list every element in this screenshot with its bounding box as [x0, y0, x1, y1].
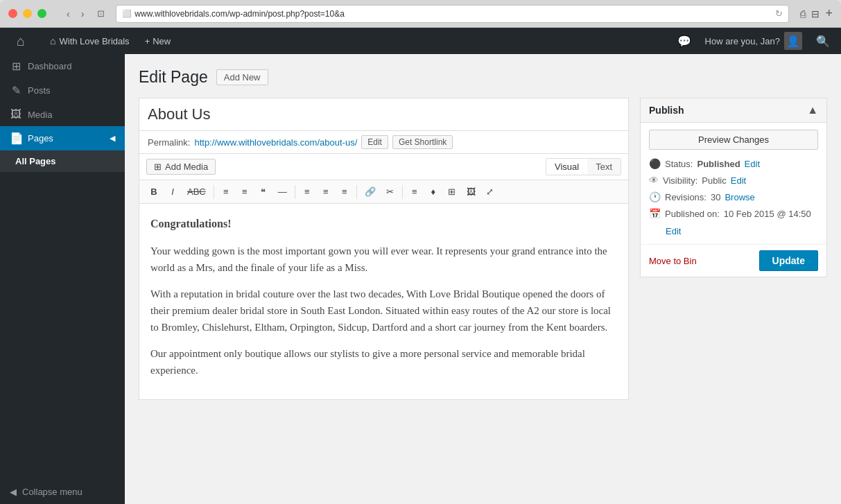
unlink-btn[interactable]: ✂: [381, 184, 399, 200]
preview-changes-btn[interactable]: Preview Changes: [649, 130, 818, 150]
status-value: Published: [697, 159, 740, 169]
status-icon: ⚫: [649, 158, 661, 169]
toolbar-sep-3: [356, 185, 357, 199]
link-btn[interactable]: 🔗: [360, 184, 381, 200]
more-btn[interactable]: ≡: [406, 184, 424, 200]
pages-label: Pages: [28, 133, 53, 144]
permalink-label: Permalink:: [148, 137, 190, 148]
reload-icon[interactable]: ↻: [775, 8, 783, 19]
publish-toggle-btn[interactable]: ▲: [807, 104, 818, 116]
share-btn[interactable]: ⎙: [800, 8, 806, 19]
status-row: ⚫ Status: Published Edit: [649, 158, 818, 169]
post-title-input[interactable]: [139, 98, 629, 131]
sidebyside-btn[interactable]: ⊟: [811, 8, 820, 19]
spellcheck-btn[interactable]: ♦: [424, 184, 442, 200]
edit-permalink-btn[interactable]: Edit: [361, 135, 388, 149]
howdy-text: How are you, Jan?: [705, 36, 780, 46]
revisions-browse-link[interactable]: Browse: [725, 192, 754, 202]
editor-sidebar: Publish ▲ Preview Changes ⚫ Status: Publ…: [640, 98, 827, 400]
add-new-button[interactable]: Add New: [216, 69, 268, 85]
comment-icon[interactable]: 💬: [672, 35, 697, 48]
browser-nav: ‹ ›: [63, 7, 87, 21]
url-text: www.withlovebridals.com/wp-admin/post.ph…: [135, 9, 345, 19]
visibility-label: Visibility:: [663, 175, 697, 186]
revisions-count: 30: [711, 192, 720, 202]
topbar-right: 💬 How are you, Jan? 👤 🔍: [672, 32, 841, 50]
media-icon: 🖼: [10, 108, 22, 121]
bold-btn[interactable]: B: [145, 184, 163, 200]
blockquote-btn[interactable]: ❝: [254, 184, 272, 200]
visual-tab[interactable]: Visual: [546, 159, 587, 175]
ordered-list-btn[interactable]: ≡: [236, 184, 254, 200]
browser-back-btn[interactable]: ‹: [63, 7, 73, 21]
wp-main: ⊞ Dashboard ✎ Posts 🖼 Media 📄 Pages ◀: [0, 54, 841, 504]
site-name-link[interactable]: ⌂ With Love Bridals: [42, 28, 138, 54]
italic-btn[interactable]: I: [164, 184, 182, 200]
sidebar-item-dashboard[interactable]: ⊞ Dashboard: [0, 54, 125, 78]
howdy-link[interactable]: How are you, Jan? 👤: [700, 32, 808, 50]
align-right-btn[interactable]: ≡: [336, 184, 354, 200]
publish-header: Publish ▲: [641, 98, 826, 123]
editor-wrapper: ⊞ Add Media Visual Text B: [139, 154, 629, 400]
browser-titlebar: ‹ › ⊡ ⬜ www.withlovebridals.com/wp-admin…: [0, 0, 841, 28]
calendar-icon: 📅: [649, 208, 661, 219]
new-content-btn[interactable]: + New: [138, 28, 178, 54]
permalink-url[interactable]: http://www.withlovebridals.com/about-us/: [194, 137, 357, 148]
toolbar-sep-4: [402, 185, 403, 199]
editor-area: Permalink: http://www.withlovebridals.co…: [139, 98, 827, 400]
publish-box: Publish ▲ Preview Changes ⚫ Status: Publ…: [640, 98, 827, 277]
new-tab-btn[interactable]: +: [825, 6, 833, 21]
sidebar-item-pages[interactable]: 📄 Pages ◀: [0, 126, 125, 150]
hr-btn[interactable]: —: [273, 184, 292, 200]
align-left-btn[interactable]: ≡: [298, 184, 316, 200]
fullscreen-btn[interactable]: ⤢: [481, 184, 499, 200]
plus-icon: +: [145, 36, 150, 46]
wp-content: Edit Page Add New Help ▾: [125, 54, 841, 504]
browser-min-btn[interactable]: [23, 9, 32, 18]
get-shortlink-btn[interactable]: Get Shortlink: [392, 135, 453, 149]
all-pages-label: All Pages: [15, 156, 56, 166]
published-value: 10 Feb 2015 @ 14:50: [724, 209, 811, 219]
editor-content[interactable]: Congratulations! Your wedding gown is th…: [139, 204, 628, 399]
add-media-btn[interactable]: ⊞ Add Media: [146, 159, 216, 175]
sidebar-sub-all-pages[interactable]: All Pages: [0, 150, 125, 172]
window-resize-btn[interactable]: ⊡: [97, 8, 105, 19]
address-bar[interactable]: ⬜ www.withlovebridals.com/wp-admin/post.…: [116, 5, 789, 23]
sidebar: ⊞ Dashboard ✎ Posts 🖼 Media 📄 Pages ◀: [0, 54, 125, 504]
image-btn[interactable]: 🖼: [462, 184, 480, 200]
sidebar-item-media[interactable]: 🖼 Media: [0, 103, 125, 126]
visibility-edit-link[interactable]: Edit: [731, 175, 746, 186]
published-edit-link[interactable]: Edit: [666, 226, 681, 236]
toolbar-sep-1: [214, 185, 214, 199]
posts-label: Posts: [28, 85, 51, 96]
browser-close-btn[interactable]: [8, 9, 17, 18]
posts-icon: ✎: [10, 84, 22, 97]
sidebar-item-posts[interactable]: ✎ Posts: [0, 78, 125, 103]
update-btn[interactable]: Update: [759, 250, 818, 271]
pages-arrow: ◀: [110, 134, 115, 143]
collapse-label: Collapse menu: [22, 487, 83, 497]
published-on-row: 📅 Published on: 10 Feb 2015 @ 14:50: [649, 208, 818, 219]
table-btn[interactable]: ⊞: [443, 184, 461, 200]
status-edit-link[interactable]: Edit: [745, 159, 760, 169]
strikethrough-btn[interactable]: ABC: [182, 184, 211, 200]
content-heading: Congratulations!: [150, 218, 231, 229]
home-icon: ⌂: [50, 35, 55, 46]
align-center-btn[interactable]: ≡: [317, 184, 335, 200]
wp-logo[interactable]: ⌂: [0, 28, 42, 54]
unordered-list-btn[interactable]: ≡: [217, 184, 235, 200]
wp-admin-topbar: ⌂ ⌂ With Love Bridals + New 💬 How are yo…: [0, 28, 841, 54]
search-icon[interactable]: 🔍: [810, 35, 835, 48]
page-title: Edit Page: [139, 68, 208, 87]
move-to-bin-btn[interactable]: Move to Bin: [649, 256, 697, 266]
browser-max-btn[interactable]: [37, 9, 46, 18]
content-para-3: Our appointment only boutique allows our…: [150, 345, 617, 379]
add-media-label: Add Media: [165, 162, 208, 172]
revisions-label: Revisions:: [665, 192, 706, 202]
collapse-menu-btn[interactable]: ◀ Collapse menu: [0, 480, 125, 504]
publish-body: Preview Changes ⚫ Status: Published Edit…: [641, 123, 826, 244]
text-tab[interactable]: Text: [587, 159, 621, 175]
publish-title: Publish: [649, 105, 684, 116]
browser-forward-btn[interactable]: ›: [78, 7, 88, 21]
media-label: Media: [28, 110, 52, 120]
